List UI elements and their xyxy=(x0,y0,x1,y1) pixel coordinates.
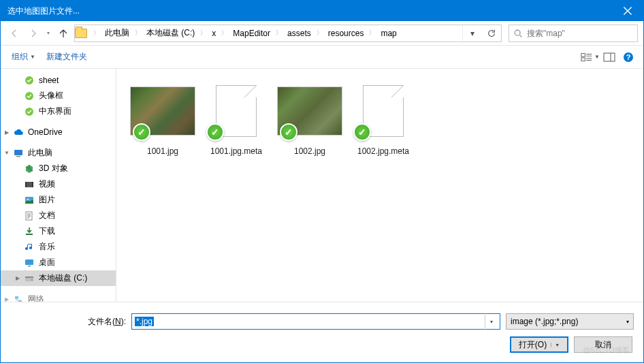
tree-item[interactable]: 图片 xyxy=(1,192,116,208)
svg-rect-18 xyxy=(26,234,33,235)
svg-rect-3 xyxy=(604,53,615,61)
file-item[interactable]: ✓1001.jpg xyxy=(127,76,198,160)
file-item[interactable]: ✓1001.jpg.meta xyxy=(201,76,272,160)
tree-item[interactable]: 中东界面 xyxy=(1,104,116,119)
chevron-right-icon: 〉 xyxy=(198,29,208,37)
organize-menu[interactable]: 组织 ▼ xyxy=(6,48,41,65)
file-name-label: 1001.jpg.meta xyxy=(210,146,262,157)
svg-rect-14 xyxy=(32,182,33,187)
chevron-right-icon: 〉 xyxy=(315,29,325,37)
tree-item[interactable]: 3D 对象 xyxy=(1,161,116,176)
svg-rect-2 xyxy=(581,57,585,61)
preview-pane-button[interactable] xyxy=(600,48,619,66)
filename-input[interactable]: *.jpg ▾ xyxy=(131,313,500,330)
crumb-mapeditor[interactable]: MapEditor xyxy=(229,25,274,42)
chevron-down-icon: ▾ xyxy=(626,319,629,325)
check-badge-icon: ✓ xyxy=(280,123,297,141)
open-label: 打开(O) xyxy=(519,339,547,351)
tree-item[interactable]: ▼此电脑 xyxy=(1,145,116,161)
file-list[interactable]: ✓1001.jpg✓1001.jpg.meta✓1002.jpg✓1002.jp… xyxy=(116,69,643,302)
tree-item-label: 桌面 xyxy=(39,257,55,268)
chevron-down-icon: ▼ xyxy=(30,54,35,60)
file-dialog-window: 选中地图图片文件... ▾ 〉 此电脑 〉 本地磁盘 (C:) 〉 x 〉 xyxy=(0,0,644,363)
svg-rect-19 xyxy=(25,259,33,265)
chevron-right-icon: 〉 xyxy=(367,29,377,37)
nav-forward-button[interactable] xyxy=(25,25,42,42)
svg-rect-17 xyxy=(26,212,32,220)
tree-item[interactable]: 文档 xyxy=(1,208,116,223)
split-dropdown-icon[interactable]: ▼ xyxy=(551,343,560,347)
cloud-icon xyxy=(13,127,24,138)
video-icon xyxy=(24,179,35,190)
filename-label: 文件名(N): xyxy=(10,316,126,328)
tree-item[interactable]: sheet xyxy=(1,73,116,88)
svg-rect-20 xyxy=(28,266,31,267)
view-mode-button[interactable]: ▼ xyxy=(581,48,600,66)
nav-up-button[interactable] xyxy=(55,25,71,42)
svg-rect-1 xyxy=(581,53,585,57)
view-icon xyxy=(581,52,593,62)
search-box[interactable] xyxy=(509,25,638,42)
open-button[interactable]: 打开(O) ▼ xyxy=(510,336,568,353)
cancel-button[interactable]: 取消 xyxy=(574,336,632,353)
file-type-filter[interactable]: image (*.jpg;*.png) ▾ xyxy=(506,313,634,330)
tree-item[interactable]: 下载 xyxy=(1,223,116,239)
folder-icon xyxy=(75,29,91,38)
breadcrumb: 〉 此电脑 〉 本地磁盘 (C:) 〉 x 〉 MapEditor 〉 asse… xyxy=(91,25,400,42)
address-bar[interactable]: 〉 此电脑 〉 本地磁盘 (C:) 〉 x 〉 MapEditor 〉 asse… xyxy=(74,25,502,42)
tree-item[interactable]: ▶网络 xyxy=(1,291,116,302)
tree-item-label: 中东界面 xyxy=(39,106,71,117)
chevron-down-icon: ▼ xyxy=(3,150,10,156)
nav-history-dropdown[interactable]: ▾ xyxy=(44,30,52,36)
tree-item-label: 图片 xyxy=(39,194,55,206)
docs-icon xyxy=(24,210,35,221)
tree-item[interactable]: ▶本地磁盘 (C:) xyxy=(1,270,116,286)
refresh-icon xyxy=(487,29,496,38)
help-button[interactable]: ? xyxy=(619,48,638,66)
filename-dropdown[interactable]: ▾ xyxy=(485,313,497,330)
crumb-assets[interactable]: assets xyxy=(284,25,315,42)
crumb-map[interactable]: map xyxy=(377,25,400,42)
check-badge-icon: ✓ xyxy=(206,123,224,141)
downloads-icon xyxy=(24,226,35,237)
new-folder-label: 新建文件夹 xyxy=(46,51,87,63)
chevron-right-icon: ▶ xyxy=(14,275,21,281)
refresh-button[interactable] xyxy=(482,25,501,42)
svg-rect-22 xyxy=(25,277,33,278)
close-icon xyxy=(623,6,632,16)
toolbar: 组织 ▼ 新建文件夹 ▼ ? xyxy=(1,46,643,69)
tree-item-label: 本地磁盘 (C:) xyxy=(39,272,87,284)
file-name-label: 1002.jpg xyxy=(294,146,325,157)
tree-item[interactable]: ▶OneDrive xyxy=(1,125,116,140)
svg-point-23 xyxy=(31,279,33,281)
file-item[interactable]: ✓1002.jpg xyxy=(274,76,345,160)
help-icon: ? xyxy=(623,52,634,63)
check-badge-icon: ✓ xyxy=(353,123,371,141)
tree-item[interactable]: 音乐 xyxy=(1,239,116,255)
folder-green-icon xyxy=(24,91,35,101)
chevron-right-icon: 〉 xyxy=(219,29,229,37)
crumb-x[interactable]: x xyxy=(208,25,219,42)
crumb-disk[interactable]: 本地磁盘 (C:) xyxy=(143,25,198,42)
new-folder-button[interactable]: 新建文件夹 xyxy=(41,48,93,65)
filename-value: *.jpg xyxy=(135,317,154,326)
crumb-resources[interactable]: resources xyxy=(325,25,368,42)
svg-rect-11 xyxy=(16,156,20,157)
close-button[interactable] xyxy=(612,1,643,21)
3d-icon xyxy=(24,163,35,174)
search-input[interactable] xyxy=(527,29,633,38)
folder-tree[interactable]: sheet头像框中东界面▶OneDrive▼此电脑3D 对象视频图片文档下载音乐… xyxy=(1,69,116,302)
crumb-pc[interactable]: 此电脑 xyxy=(101,25,133,42)
search-icon xyxy=(513,29,523,38)
tree-item[interactable]: 头像框 xyxy=(1,88,116,104)
desktop-icon xyxy=(24,257,35,268)
nav-back-button[interactable] xyxy=(6,25,22,42)
tree-item[interactable]: 视频 xyxy=(1,176,116,192)
svg-rect-10 xyxy=(14,150,22,155)
tree-item[interactable]: 桌面 xyxy=(1,255,116,270)
tree-item-label: 头像框 xyxy=(39,90,63,101)
address-dropdown-button[interactable]: ▾ xyxy=(463,25,482,42)
chevron-right-icon: 〉 xyxy=(91,29,101,37)
arrow-left-icon xyxy=(9,28,20,39)
file-item[interactable]: ✓1002.jpg.meta xyxy=(348,76,419,160)
